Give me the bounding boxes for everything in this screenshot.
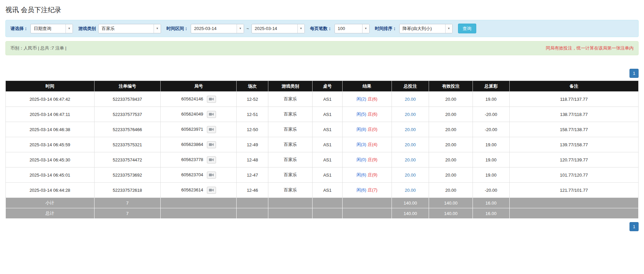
result-player: 闲(0) [356,157,366,162]
chevron-down-icon: ▼ [362,24,369,33]
page-button-1[interactable]: 1 [629,222,639,231]
round-video-button[interactable] [207,156,216,163]
pagination-top: 1 [5,69,639,78]
round-video-button[interactable] [207,111,216,118]
total-bet-link[interactable]: 20.00 [405,112,416,117]
page-size-value: 100 [335,24,362,33]
cell-session: 12-47 [237,168,268,183]
cell-round-id: 605623778 [161,152,237,168]
cell-valid-bet: 20.00 [429,183,473,198]
chevron-down-icon: ▼ [154,24,161,33]
cell-bet-id: 522337578437 [94,92,161,107]
round-video-button[interactable] [207,187,216,194]
game-type-select[interactable]: 百家乐 ▼ [98,24,161,33]
query-type-label: 请选择： [10,26,28,32]
cell-total-bet: 20.00 [392,152,429,168]
filter-group-game-type: 游戏类别 百家乐 ▼ [78,24,161,33]
cell-payout: -20.00 [473,183,509,198]
column-header-total-bet: 总投注 [392,81,429,92]
cell-time: 2025-03-14 06:47:42 [6,92,95,107]
chevron-down-icon: ▼ [445,24,452,33]
round-id-text: 605624146 [181,96,203,101]
sort-label: 时间排序： [375,26,397,32]
total-bet-link[interactable]: 20.00 [405,127,416,132]
date-to-select[interactable]: 2025-03-14 ▼ [251,24,305,33]
total-bet-link[interactable]: 20.00 [405,157,416,162]
page-container: 视讯 会员下注纪录 请选择： 日期查询 ▼ 游戏类别 百家乐 ▼ 时间区间： 2… [0,0,644,238]
cell-time: 2025-03-14 06:45:01 [6,168,95,183]
date-from-select[interactable]: 2025-03-14 ▼ [191,24,244,33]
date-range-separator: ~ [246,26,249,31]
cell-time: 2025-03-14 06:45:30 [6,152,95,168]
result-player: 闲(8) [356,127,366,132]
cell-table-no: AS1 [313,168,342,183]
query-type-select[interactable]: 日期查询 ▼ [30,24,73,33]
cell-table-no: AS1 [313,107,342,122]
cell-note: 118.77/137.77 [509,92,639,107]
cell-round-id: 605624146 [161,92,237,107]
total-bet-link[interactable]: 20.00 [405,188,416,193]
cell-note: 121.77/101.77 [509,183,639,198]
cell-game-type: 百家乐 [268,152,313,168]
round-id-text: 605623971 [181,126,203,131]
page-button-1[interactable]: 1 [629,69,639,78]
table-row: 2025-03-14 06:46:38 522337576466 6056239… [6,122,639,137]
video-replay-icon [209,143,214,146]
records-table: 时间 注单编号 局号 场次 游戏类别 桌号 结果 总投注 有效投注 总派彩 备注… [5,81,639,219]
round-id-text: 605624049 [181,111,203,116]
column-header-bet-id: 注单编号 [94,81,161,92]
result-banker: 庄(7) [368,187,377,192]
filter-group-sort: 时间排序： 降幂(由大到小) ▼ [375,24,453,33]
round-video-button[interactable] [207,126,216,133]
sort-select[interactable]: 降幂(由大到小) ▼ [399,24,453,33]
cell-valid-bet: 20.00 [429,92,473,107]
chevron-down-icon: ▼ [297,24,304,33]
cell-bet-id: 522337575321 [94,137,161,152]
cell-total-bet: 20.00 [392,168,429,183]
cell-note: 120.77/139.77 [509,152,639,168]
cell-table-no: AS1 [313,137,342,152]
round-video-button[interactable] [207,141,216,148]
cell-game-type: 百家乐 [268,92,313,107]
total-bet-link[interactable]: 20.00 [405,173,416,178]
cell-valid-bet: 20.00 [429,152,473,168]
round-id-text: 605623864 [181,142,203,147]
query-button[interactable]: 查询 [458,24,476,33]
column-header-round-id: 局号 [161,81,237,92]
cell-bet-id: 522337572618 [94,183,161,198]
summary-bar: 币别：人民币 | 总共 :7 注单 | 同局有效投注，统一计算在该局第一张注单内 [5,41,639,55]
date-range-label: 时间区间： [166,26,188,32]
round-video-button[interactable] [207,96,216,103]
column-header-result: 结果 [342,81,392,92]
cell-note: 101.77/120.77 [509,168,639,183]
cell-round-id: 605624049 [161,107,237,122]
cell-payout: 19.00 [473,92,509,107]
game-type-value: 百家乐 [99,24,154,33]
cell-game-type: 百家乐 [268,168,313,183]
result-player: 闲(5) [356,112,366,117]
total-bet-link[interactable]: 20.00 [405,97,416,102]
total-bet-link[interactable]: 20.00 [405,142,416,147]
video-replay-icon [209,158,214,161]
cell-total-bet: 20.00 [392,137,429,152]
table-row: 2025-03-14 06:44:28 522337572618 6056236… [6,183,639,198]
page-size-label: 每页笔数： [310,26,332,32]
video-replay-icon [209,188,214,192]
result-banker: 庄(6) [368,112,377,117]
round-video-button[interactable] [207,172,216,179]
cell-session: 12-51 [237,107,268,122]
cell-payout: 19.00 [473,168,509,183]
cell-round-id: 605623704 [161,168,237,183]
page-size-select[interactable]: 100 ▼ [334,24,370,33]
total-row: 总计 7 140.00 140.00 16.00 [6,208,639,219]
cell-payout: 19.00 [473,152,509,168]
cell-session: 12-48 [237,152,268,168]
cell-time: 2025-03-14 06:45:59 [6,137,95,152]
table-row: 2025-03-14 06:45:59 522337575321 6056238… [6,137,639,152]
cell-note: 139.77/158.77 [509,137,639,152]
cell-bet-id: 522337574472 [94,152,161,168]
cell-payout: -20.00 [473,107,509,122]
cell-session: 12-46 [237,183,268,198]
total-total-bet: 140.00 [392,208,429,219]
cell-valid-bet: 20.00 [429,168,473,183]
